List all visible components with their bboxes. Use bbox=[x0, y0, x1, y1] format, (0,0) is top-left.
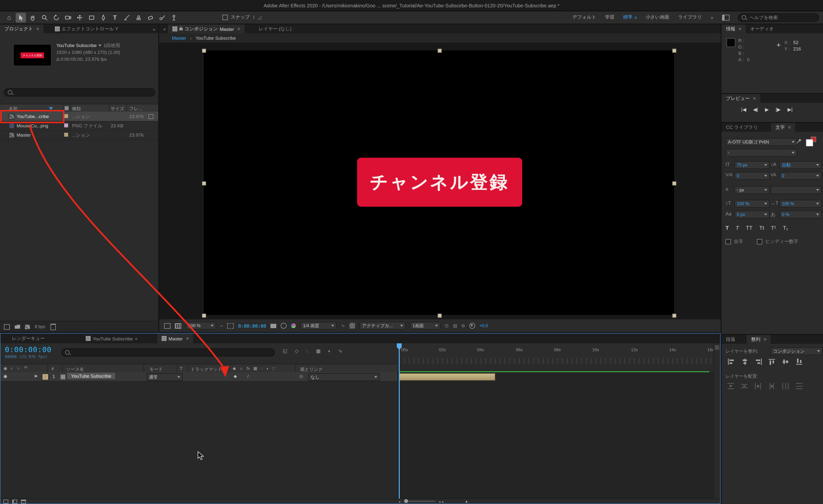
help-search-box[interactable] bbox=[738, 13, 819, 22]
hide-shy-layers-icon[interactable]: ◌ bbox=[306, 348, 309, 354]
resolution-dropdown[interactable]: 1/4 画質 bbox=[301, 322, 337, 330]
column-layer-number[interactable]: # bbox=[51, 366, 54, 371]
zoom-tool-icon[interactable] bbox=[39, 12, 49, 22]
vertical-scale-dropdown[interactable]: 100 % bbox=[734, 200, 770, 208]
workspace-small-screen[interactable]: 小さい画面 bbox=[646, 14, 669, 21]
workspace-learn[interactable]: 学習 bbox=[605, 14, 614, 21]
toggle-in-out-columns-icon[interactable] bbox=[21, 499, 26, 503]
project-item-name[interactable]: YouTube Subscribe bbox=[56, 42, 97, 49]
hand-tool-icon[interactable] bbox=[27, 12, 38, 22]
table-row[interactable]: YouTube...cribe ...ション 23.976 bbox=[0, 112, 158, 122]
snap-icon[interactable] bbox=[222, 15, 228, 20]
label-color-chip[interactable] bbox=[64, 114, 68, 118]
table-row[interactable]: MouseCu...png PNG ファイル 23 KB bbox=[0, 121, 158, 131]
pen-tool-icon[interactable] bbox=[98, 12, 108, 22]
puppet-pin-tool-icon[interactable] bbox=[169, 12, 179, 22]
show-channel-icon[interactable] bbox=[291, 323, 296, 328]
layer-draft-switch-icon[interactable]: / bbox=[248, 374, 249, 379]
label-column-icon[interactable] bbox=[65, 106, 68, 110]
layer-mode-dropdown[interactable]: 通常 bbox=[147, 373, 183, 381]
new-composition-icon[interactable] bbox=[25, 325, 30, 329]
pixel-aspect-icon[interactable]: ⊡ bbox=[445, 323, 449, 328]
layer-quality-switch-icon[interactable]: ◆ bbox=[234, 374, 237, 379]
camera-tool-icon[interactable] bbox=[63, 12, 73, 22]
column-source-name[interactable]: ソース名 bbox=[66, 366, 84, 373]
reset-exposure-icon[interactable] bbox=[469, 323, 475, 329]
tab-paragraph[interactable]: 段落 bbox=[721, 335, 740, 344]
label-color-chip[interactable] bbox=[64, 133, 68, 137]
project-search-input[interactable] bbox=[15, 89, 151, 96]
toggle-transfer-controls-icon[interactable] bbox=[12, 499, 17, 503]
baseline-shift-dropdown[interactable]: 0 px bbox=[734, 211, 770, 218]
composition-mini-flowchart-icon[interactable]: ◱ bbox=[283, 348, 287, 354]
item-usage-caret-icon[interactable] bbox=[99, 44, 102, 46]
transparency-grid-icon[interactable] bbox=[349, 323, 355, 329]
preview-panel-menu-icon[interactable]: ≡ bbox=[753, 96, 756, 101]
font-size-dropdown[interactable]: 75 px bbox=[734, 161, 770, 169]
pan-behind-tool-icon[interactable] bbox=[74, 12, 85, 22]
timeline-search-input[interactable] bbox=[72, 349, 271, 356]
show-snapshot-icon[interactable] bbox=[281, 323, 287, 329]
interpret-footage-icon[interactable] bbox=[4, 324, 10, 329]
zoom-out-time-icon[interactable]: ▲ bbox=[398, 500, 401, 503]
column-preserve-transparency[interactable]: T bbox=[180, 366, 182, 371]
layer-source-name[interactable]: YouTube Subscribe bbox=[67, 373, 115, 379]
workspace-standard-menu-icon[interactable]: ≡ bbox=[634, 15, 637, 20]
character-panel-menu-icon[interactable]: ≡ bbox=[788, 125, 791, 130]
all-caps-icon[interactable]: TT bbox=[746, 225, 753, 231]
play-icon[interactable]: ▶ bbox=[765, 107, 769, 112]
faux-bold-icon[interactable]: T bbox=[725, 225, 729, 231]
project-search-box[interactable] bbox=[4, 88, 155, 97]
snap-option-b-icon[interactable]: ◿ bbox=[258, 15, 261, 20]
transform-handle[interactable] bbox=[438, 48, 442, 53]
tsume-dropdown[interactable]: 0 % bbox=[779, 211, 822, 218]
transform-handle[interactable] bbox=[202, 48, 206, 53]
project-panel-menu-icon[interactable]: ≡ bbox=[36, 26, 39, 31]
fast-previews-icon[interactable]: ∿ bbox=[341, 323, 345, 328]
tab-character[interactable]: 文字 ≡ bbox=[771, 123, 795, 132]
fill-color-swatch[interactable] bbox=[806, 139, 813, 146]
workspace-panel-icon[interactable] bbox=[722, 14, 729, 20]
ligatures-checkbox[interactable] bbox=[725, 239, 731, 244]
grid-options-icon[interactable] bbox=[175, 323, 181, 328]
stroke-width-dropdown[interactable]: - px bbox=[734, 186, 770, 194]
tab-preview[interactable]: プレビュー ≡ bbox=[721, 94, 760, 103]
font-family-dropdown[interactable]: A-OTF UD新ゴ Pr6N bbox=[725, 138, 797, 146]
transform-handle[interactable] bbox=[438, 314, 442, 318]
view-layout-dropdown[interactable]: 1画面 bbox=[410, 322, 441, 330]
label-color-chip[interactable] bbox=[64, 124, 68, 127]
close-icon[interactable]: × bbox=[159, 26, 168, 32]
frame-blending-icon[interactable]: ▦ bbox=[316, 348, 321, 354]
align-left-icon[interactable] bbox=[727, 358, 735, 365]
type-tool-icon[interactable]: T bbox=[110, 12, 120, 22]
hindi-digits-checkbox[interactable] bbox=[757, 239, 762, 244]
parent-pickwhip-icon[interactable]: ◎ bbox=[299, 374, 303, 379]
tab-audio[interactable]: オーディオ bbox=[746, 24, 779, 33]
tab-cc-libraries[interactable]: CC ライブラリ bbox=[721, 123, 762, 132]
tab-project[interactable]: プロジェクト ≡ bbox=[0, 24, 43, 33]
faux-italic-icon[interactable]: T bbox=[735, 225, 739, 231]
workspace-libraries[interactable]: ライブラリ bbox=[678, 14, 702, 21]
align-center-horizontal-icon[interactable] bbox=[741, 358, 749, 365]
layer-parent-dropdown[interactable]: なし bbox=[308, 373, 380, 381]
eraser-tool-icon[interactable] bbox=[145, 12, 155, 22]
time-zoom-handle[interactable] bbox=[404, 499, 408, 503]
trash-icon[interactable] bbox=[50, 324, 56, 330]
scroll-nub[interactable] bbox=[715, 345, 719, 350]
viewer-timecode[interactable]: 0:00:00:00 bbox=[238, 323, 266, 328]
tab-render-queue[interactable]: レンダーキュー bbox=[7, 334, 49, 343]
transform-handle[interactable] bbox=[202, 181, 206, 186]
last-frame-icon[interactable]: ▶| bbox=[788, 107, 793, 112]
motion-blur-icon[interactable]: ◐ bbox=[328, 348, 331, 354]
breadcrumb-current[interactable]: YouTube Subscribe bbox=[195, 35, 235, 41]
home-icon[interactable]: ⌂ bbox=[4, 12, 14, 22]
leading-dropdown[interactable]: 自動 bbox=[779, 161, 822, 169]
transform-handle[interactable] bbox=[672, 314, 676, 318]
info-panel-menu-icon[interactable]: ≡ bbox=[739, 26, 742, 31]
font-style-dropdown[interactable]: - bbox=[725, 149, 797, 157]
column-mode[interactable]: モード bbox=[149, 366, 163, 373]
tab-align[interactable]: 整列 ≡ bbox=[747, 335, 771, 344]
magnification-dropdown[interactable]: 100 % bbox=[186, 322, 216, 330]
column-parent-link[interactable]: 親とリンク bbox=[300, 366, 323, 373]
layer-label-chip[interactable] bbox=[43, 374, 48, 380]
